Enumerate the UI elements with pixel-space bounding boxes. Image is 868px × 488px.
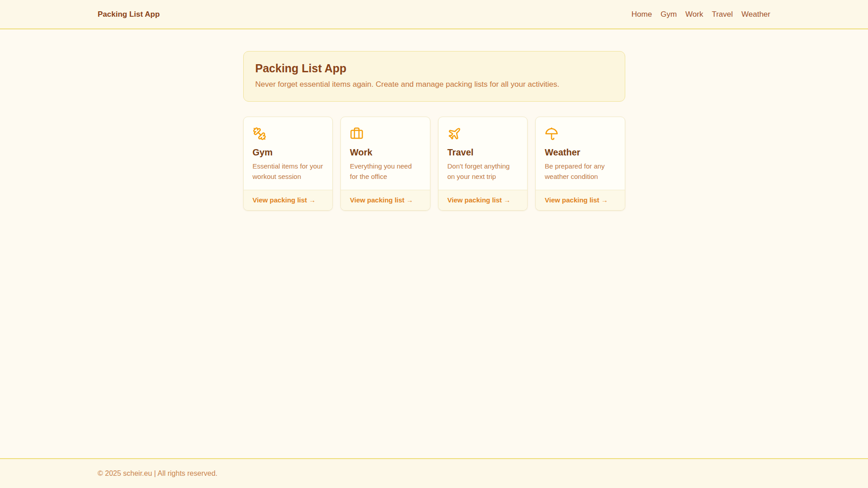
- view-packing-list-link-weather[interactable]: View packing list →: [545, 196, 608, 204]
- hero-subtitle: Never forget essential items again. Crea…: [255, 80, 613, 89]
- card-gym: Gym Essential items for your workout ses…: [243, 117, 333, 211]
- header-inner: Packing List App Home Gym Work Travel We…: [87, 0, 781, 28]
- card-work-body: Work Everything you need for the office: [341, 117, 430, 190]
- main-content: Packing List App Never forget essential …: [243, 29, 625, 458]
- footer-inner: © 2025 scheir.eu | All rights reserved.: [87, 459, 781, 488]
- view-packing-list-link-work[interactable]: View packing list →: [350, 196, 413, 204]
- hero-card: Packing List App Never forget essential …: [243, 51, 625, 102]
- umbrella-icon: [545, 127, 616, 141]
- card-footer-weather: View packing list →: [536, 190, 625, 210]
- view-packing-list-link-gym[interactable]: View packing list →: [253, 196, 316, 204]
- nav-link-gym[interactable]: Gym: [660, 10, 677, 19]
- nav-link-work[interactable]: Work: [685, 10, 703, 19]
- card-footer-work: View packing list →: [341, 190, 430, 210]
- card-travel: Travel Don't forget anything on your nex…: [438, 117, 528, 211]
- page-title: Packing List App: [255, 62, 613, 75]
- nav-link-travel[interactable]: Travel: [712, 10, 733, 19]
- dumbbell-icon: [253, 127, 324, 141]
- copyright-text: © 2025 scheir.eu | All rights reserved.: [98, 469, 217, 477]
- view-packing-list-link-travel[interactable]: View packing list →: [448, 196, 511, 204]
- app-header: Packing List App Home Gym Work Travel We…: [0, 0, 868, 29]
- app-footer: © 2025 scheir.eu | All rights reserved.: [0, 458, 868, 488]
- card-weather-body: Weather Be prepared for any weather cond…: [536, 117, 625, 190]
- main-nav: Home Gym Work Travel Weather: [632, 10, 770, 19]
- card-travel-body: Travel Don't forget anything on your nex…: [439, 117, 528, 190]
- card-title-weather: Weather: [545, 147, 616, 158]
- card-description-weather: Be prepared for any weather condition: [545, 161, 616, 182]
- card-title-gym: Gym: [253, 147, 324, 158]
- card-title-work: Work: [350, 147, 421, 158]
- card-footer-gym: View packing list →: [244, 190, 333, 210]
- card-description-gym: Essential items for your workout session: [253, 161, 324, 182]
- category-cards: Gym Essential items for your workout ses…: [243, 117, 625, 211]
- plane-icon: [448, 127, 519, 141]
- card-gym-body: Gym Essential items for your workout ses…: [244, 117, 333, 190]
- card-work: Work Everything you need for the office …: [340, 117, 430, 211]
- card-description-travel: Don't forget anything on your next trip: [448, 161, 519, 182]
- nav-link-weather[interactable]: Weather: [741, 10, 770, 19]
- card-description-work: Everything you need for the office: [350, 161, 421, 182]
- brand-title: Packing List App: [98, 10, 160, 19]
- nav-link-home[interactable]: Home: [632, 10, 652, 19]
- card-title-travel: Travel: [448, 147, 519, 158]
- card-weather: Weather Be prepared for any weather cond…: [535, 117, 625, 211]
- card-footer-travel: View packing list →: [439, 190, 528, 210]
- briefcase-icon: [350, 127, 421, 141]
